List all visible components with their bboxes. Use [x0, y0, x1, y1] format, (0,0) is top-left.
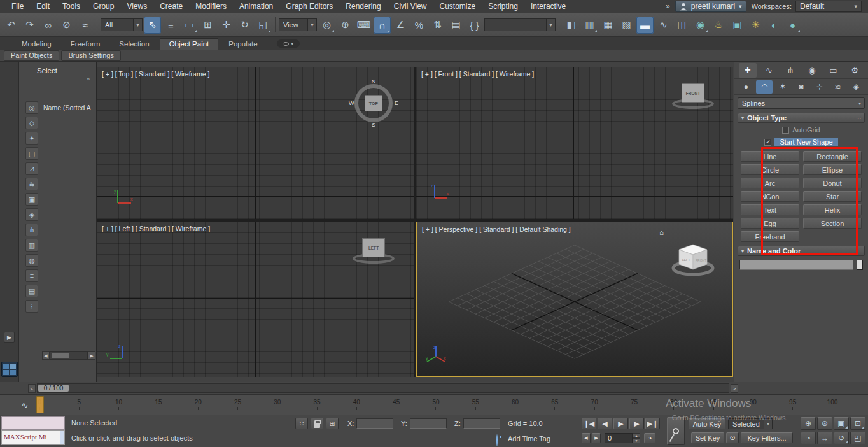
- name-column-header[interactable]: Name (Sorted A: [43, 104, 95, 111]
- next-frame-step-button[interactable]: ▶: [592, 433, 601, 443]
- time-slider-left-arrow[interactable]: <: [28, 384, 36, 393]
- ribbon-tab-populate[interactable]: Populate: [220, 39, 266, 50]
- start-new-shape-checkbox[interactable]: ✓: [764, 139, 771, 146]
- scrollbar-track[interactable]: [50, 351, 88, 360]
- systems-category-icon[interactable]: ◈: [848, 80, 864, 94]
- menu-item-scripting[interactable]: Scripting: [482, 0, 524, 13]
- object-name-field[interactable]: [739, 260, 853, 270]
- add-time-tag[interactable]: Add Time Tag: [508, 435, 550, 443]
- hierarchy-tab-icon[interactable]: ⋔: [781, 63, 799, 78]
- scrollbar-thumb[interactable]: [52, 353, 69, 358]
- viewcube-top[interactable]: TOP N W S E: [350, 80, 397, 127]
- track-bar[interactable]: ∿ 05101520253035404550556065707580859095…: [0, 395, 868, 415]
- filter-lights-icon[interactable]: ✦: [25, 132, 38, 145]
- schematic-view-icon[interactable]: ◫: [673, 17, 690, 34]
- ribbon-subtab-brush-settings[interactable]: Brush Settings: [61, 50, 121, 61]
- zoom-all-icon[interactable]: ⊛: [817, 417, 832, 430]
- zoom-region-icon[interactable]: ⊡: [850, 417, 865, 430]
- ngon-button[interactable]: NGon: [741, 191, 799, 202]
- viewport-perspective-label[interactable]: [ + ] [ Perspective ] [ Standard ] [ Def…: [422, 225, 571, 233]
- open-mini-curve-editor-icon[interactable]: ∿: [19, 399, 31, 411]
- ribbon-tab-object-paint[interactable]: Object Paint: [160, 38, 219, 50]
- percent-snap-icon[interactable]: %: [410, 17, 428, 34]
- go-to-end-button[interactable]: ▶❙: [645, 418, 660, 429]
- edit-named-selection-sets-icon[interactable]: ▤: [447, 17, 465, 34]
- curve-editor-icon[interactable]: ∿: [655, 17, 672, 34]
- workspace-dropdown[interactable]: Default ▾: [795, 1, 862, 12]
- adaptive-degradation-icon[interactable]: ∷: [295, 418, 308, 429]
- menu-item-civil-view[interactable]: Civil View: [388, 0, 433, 13]
- motion-tab-icon[interactable]: ◉: [803, 63, 821, 78]
- menu-item-group[interactable]: Group: [87, 0, 120, 13]
- auto-key-button[interactable]: Auto Key: [689, 418, 725, 429]
- helpers-category-icon[interactable]: ⊹: [811, 80, 828, 94]
- lights-category-icon[interactable]: ✶: [774, 80, 791, 94]
- bind-to-space-warp-icon[interactable]: ≈: [76, 17, 94, 34]
- select-and-rotate-icon[interactable]: ↻: [236, 17, 253, 34]
- select-and-link-icon[interactable]: ∞: [39, 17, 57, 34]
- ribbon-tab-freeform[interactable]: Freeform: [62, 39, 109, 50]
- text-button[interactable]: Text: [741, 204, 799, 215]
- material-editor-icon[interactable]: ◉: [692, 17, 709, 34]
- reference-coordinate-dropdown[interactable]: View ▾: [279, 18, 317, 31]
- display-mode-icon[interactable]: ▤: [25, 285, 38, 297]
- named-selection-sets-dropdown[interactable]: ▾: [484, 18, 556, 31]
- key-filters-button[interactable]: Key Filters...: [741, 432, 793, 443]
- star-button[interactable]: Star: [803, 191, 862, 202]
- align-icon[interactable]: ▥: [581, 17, 598, 34]
- go-to-start-button[interactable]: ❙◀: [582, 418, 596, 429]
- cameras-category-icon[interactable]: ◙: [793, 80, 809, 94]
- expand-panel-button[interactable]: ▶: [4, 332, 15, 343]
- z-coordinate-field[interactable]: [463, 418, 500, 429]
- spacewarps-category-icon[interactable]: ≋: [830, 80, 846, 94]
- viewcube-left[interactable]: LEFT: [351, 237, 396, 270]
- select-and-manipulate-icon[interactable]: ⊕: [337, 17, 354, 34]
- y-coordinate-field[interactable]: [410, 418, 447, 429]
- angle-snap-icon[interactable]: ∠: [392, 17, 409, 34]
- current-frame-value[interactable]: 0: [605, 433, 633, 443]
- menu-item-edit[interactable]: Edit: [30, 0, 56, 13]
- menu-item-modifiers[interactable]: Modifiers: [189, 0, 233, 13]
- set-keys-button[interactable]: [667, 417, 685, 445]
- section-button[interactable]: Section: [803, 218, 862, 229]
- play-animation-button[interactable]: ▶: [613, 418, 628, 429]
- menu-item-animation[interactable]: Animation: [233, 0, 279, 13]
- spinner-up-icon[interactable]: ▲: [633, 433, 640, 438]
- splines-dropdown[interactable]: Splines ▾: [738, 97, 865, 109]
- filter-bones-icon[interactable]: ⋔: [25, 223, 38, 236]
- maxscript-mini-listener[interactable]: MAXScript Mi: [1, 430, 65, 445]
- ellipse-button[interactable]: Ellipse: [803, 164, 862, 175]
- menu-item-file[interactable]: File: [5, 0, 30, 13]
- viewport-top[interactable]: [ + ] [ Top ] [ Standard ] [ Wireframe ]…: [97, 67, 414, 219]
- viewport-layout-icon[interactable]: [1, 362, 18, 377]
- line-button[interactable]: Line: [741, 151, 799, 162]
- toggle-scene-explorer-icon[interactable]: ▦: [599, 17, 617, 34]
- name-and-color-rollout-header[interactable]: ▾ Name and Color ∷: [738, 246, 865, 256]
- key-mode-toggle-icon[interactable]: ◔: [644, 433, 655, 443]
- filter-materials-icon[interactable]: ◍: [25, 254, 38, 267]
- select-by-name-icon[interactable]: ≡: [162, 17, 179, 34]
- utilities-tab-icon[interactable]: ⚙: [846, 63, 864, 78]
- viewcube-perspective[interactable]: LEFT FRONT: [664, 236, 722, 282]
- window-crossing-icon[interactable]: ⊞: [199, 17, 216, 34]
- select-and-scale-icon[interactable]: ◱: [255, 17, 272, 34]
- previous-frame-button[interactable]: ◀: [598, 418, 612, 429]
- mirror-icon[interactable]: ◧: [563, 17, 580, 34]
- scroll-right-arrow[interactable]: ▶: [88, 351, 95, 360]
- pan-icon[interactable]: ↔: [817, 432, 832, 444]
- helix-button[interactable]: Helix: [803, 204, 862, 215]
- viewport-front[interactable]: [ + ] [ Front ] [ Standard ] [ Wireframe…: [416, 67, 733, 219]
- menu-item-create[interactable]: Create: [153, 0, 189, 13]
- ribbon-tab-selection[interactable]: Selection: [110, 39, 158, 50]
- modify-tab-icon[interactable]: ∿: [760, 63, 778, 78]
- lighting-analysis-icon[interactable]: ☀: [747, 17, 764, 34]
- render-iterative-icon[interactable]: ◐: [766, 17, 783, 34]
- render-setup-icon[interactable]: ♨: [710, 17, 727, 34]
- absolute-mode-toggle-icon[interactable]: ⊞: [326, 418, 339, 429]
- panel-chevrons-icon[interactable]: »: [87, 76, 90, 82]
- field-of-view-icon[interactable]: ◔: [801, 432, 816, 444]
- redo-icon[interactable]: ↷: [21, 17, 38, 34]
- menu-item-tools[interactable]: Tools: [56, 0, 87, 13]
- shapes-category-icon[interactable]: ◠: [756, 80, 773, 94]
- user-account-dropdown[interactable]: preeti kumari ▾: [675, 1, 746, 12]
